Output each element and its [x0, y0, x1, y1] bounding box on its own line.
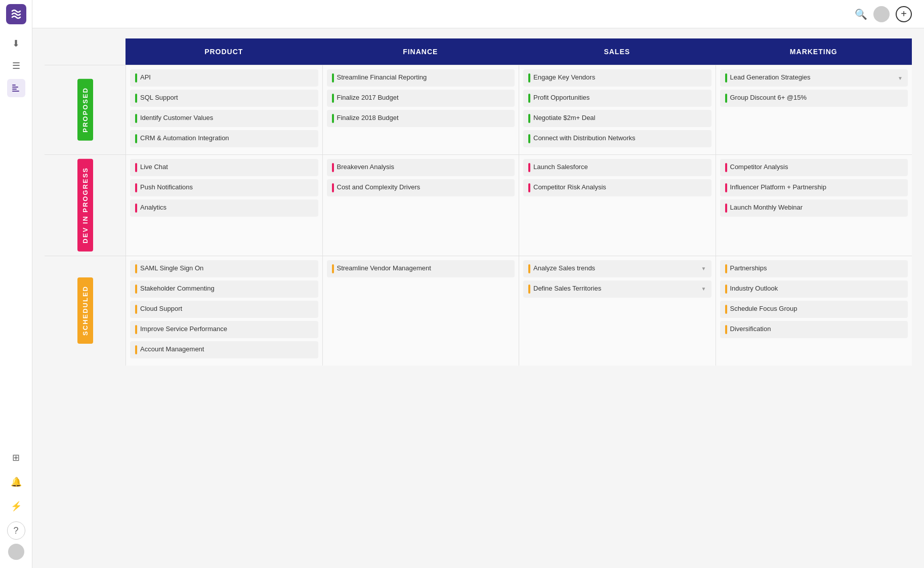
- card-indicator: [725, 305, 727, 314]
- header-avatar[interactable]: [873, 6, 890, 22]
- card-indicator: [725, 285, 727, 294]
- cards-cell-proposed-finance: Streamline Financial ReportingFinalize 2…: [322, 65, 519, 154]
- card-item[interactable]: Stakeholder Commenting: [130, 280, 318, 298]
- card-text: Launch Monthly Webinar: [730, 204, 903, 212]
- card-text: Live Chat: [140, 163, 313, 172]
- card-item[interactable]: Finalize 2018 Budget: [327, 110, 515, 127]
- card-item[interactable]: Define Sales Territories▼: [523, 280, 711, 298]
- card-text: Launch Salesforce: [533, 163, 706, 172]
- col-header-sales: SALES: [519, 38, 716, 65]
- roadmap-icon[interactable]: [7, 79, 25, 97]
- card-item[interactable]: Cloud Support: [130, 301, 318, 318]
- card-text: Group Discount 6+ @15%: [730, 94, 903, 102]
- card-item[interactable]: Breakeven Analysis: [327, 159, 515, 176]
- card-text: Profit Opportunities: [533, 94, 706, 102]
- card-indicator: [135, 134, 137, 143]
- cards-cell-dev-in-progress-product: Live ChatPush NotificationsAnalytics: [125, 154, 322, 256]
- card-item[interactable]: Push Notifications: [130, 179, 318, 196]
- card-item[interactable]: Diversification: [720, 321, 908, 338]
- bell-icon[interactable]: 🔔: [7, 473, 25, 491]
- search-icon[interactable]: 🔍: [855, 8, 867, 20]
- card-item[interactable]: Group Discount 6+ @15%: [720, 90, 908, 107]
- card-indicator: [332, 114, 334, 123]
- card-item[interactable]: Analytics: [130, 199, 318, 217]
- card-indicator: [725, 264, 727, 273]
- row-label-cell-proposed: PROPOSED: [45, 65, 125, 154]
- row-label-scheduled: SCHEDULED: [77, 277, 93, 344]
- card-item[interactable]: Account Management: [130, 341, 318, 358]
- card-text: Streamline Vendor Management: [337, 264, 510, 273]
- card-item[interactable]: SQL Support: [130, 90, 318, 107]
- card-text: Competitor Analysis: [730, 163, 903, 172]
- roadmap-grid: PRODUCTFINANCESALESMARKETINGPROPOSEDAPIS…: [45, 38, 912, 366]
- app-logo[interactable]: [6, 4, 26, 24]
- card-indicator: [332, 264, 334, 273]
- person-add-icon[interactable]: ⊞: [7, 449, 25, 467]
- card-text: Finalize 2017 Budget: [337, 94, 510, 102]
- card-item[interactable]: Engage Key Vendors: [523, 69, 711, 87]
- card-item[interactable]: Finalize 2017 Budget: [327, 90, 515, 107]
- card-indicator: [725, 204, 727, 213]
- row-label-cell-scheduled: SCHEDULED: [45, 256, 125, 366]
- card-item[interactable]: Negotiate $2m+ Deal: [523, 110, 711, 127]
- card-text: Partnerships: [730, 264, 903, 273]
- card-item[interactable]: Connect with Distribution Networks: [523, 130, 711, 147]
- card-indicator: [528, 163, 530, 172]
- svg-rect-0: [12, 85, 16, 86]
- card-text: Analyze Sales trends: [533, 264, 698, 273]
- card-item[interactable]: Competitor Analysis: [720, 159, 908, 176]
- cards-cell-dev-in-progress-finance: Breakeven AnalysisCost and Complexity Dr…: [322, 154, 519, 256]
- card-item[interactable]: CRM & Automation Integration: [130, 130, 318, 147]
- card-item[interactable]: Live Chat: [130, 159, 318, 176]
- card-item[interactable]: Competitor Risk Analysis: [523, 179, 711, 196]
- card-text: Connect with Distribution Networks: [533, 134, 706, 143]
- content-area: PRODUCTFINANCESALESMARKETINGPROPOSEDAPIS…: [32, 28, 924, 568]
- card-indicator: [725, 163, 727, 172]
- help-icon[interactable]: ?: [7, 521, 25, 540]
- svg-rect-1: [12, 87, 18, 88]
- card-indicator: [528, 134, 530, 143]
- card-text: Finalize 2018 Budget: [337, 114, 510, 123]
- chevron-down-icon: ▼: [701, 286, 706, 292]
- card-text: Define Sales Territories: [533, 285, 698, 293]
- list-icon[interactable]: ☰: [7, 57, 25, 75]
- card-item[interactable]: API: [130, 69, 318, 87]
- card-indicator: [135, 94, 137, 103]
- card-item[interactable]: Streamline Financial Reporting: [327, 69, 515, 87]
- download-icon[interactable]: ⬇: [7, 34, 25, 53]
- card-indicator: [332, 73, 334, 83]
- cards-cell-scheduled-product: SAML Single Sign OnStakeholder Commentin…: [125, 256, 322, 366]
- card-indicator: [135, 345, 137, 354]
- card-item[interactable]: Influencer Platform + Partnership: [720, 179, 908, 196]
- svg-rect-3: [12, 91, 19, 92]
- card-item[interactable]: Partnerships: [720, 260, 908, 277]
- card-item[interactable]: Lead Generation Strategies▼: [720, 69, 908, 87]
- card-indicator: [528, 114, 530, 123]
- card-item[interactable]: Improve Service Performance: [130, 321, 318, 338]
- card-item[interactable]: Profit Opportunities: [523, 90, 711, 107]
- card-item[interactable]: Industry Outlook: [720, 280, 908, 298]
- card-indicator: [528, 264, 530, 273]
- card-item[interactable]: Identify Customer Values: [130, 110, 318, 127]
- add-button[interactable]: +: [896, 6, 912, 22]
- card-text: Breakeven Analysis: [337, 163, 510, 172]
- card-item[interactable]: Streamline Vendor Management: [327, 260, 515, 277]
- user-avatar[interactable]: [8, 544, 24, 560]
- card-text: Streamline Financial Reporting: [337, 73, 510, 82]
- col-header-finance: FINANCE: [322, 38, 519, 65]
- card-item[interactable]: Cost and Complexity Drivers: [327, 179, 515, 196]
- lightning-icon[interactable]: ⚡: [7, 497, 25, 515]
- card-text: Account Management: [140, 345, 313, 354]
- card-text: Cost and Complexity Drivers: [337, 183, 510, 192]
- card-item[interactable]: Analyze Sales trends▼: [523, 260, 711, 277]
- row-label-proposed: PROPOSED: [77, 79, 93, 141]
- card-text: Engage Key Vendors: [533, 73, 706, 82]
- card-item[interactable]: Schedule Focus Group: [720, 301, 908, 318]
- card-indicator: [135, 305, 137, 314]
- card-item[interactable]: Launch Monthly Webinar: [720, 199, 908, 217]
- card-indicator: [528, 285, 530, 294]
- card-item[interactable]: Launch Salesforce: [523, 159, 711, 176]
- card-item[interactable]: SAML Single Sign On: [130, 260, 318, 277]
- row-label-dev-in-progress: DEV IN PROGRESS: [77, 159, 93, 252]
- sidebar: ⬇ ☰ ⊞ 🔔 ⚡ ?: [0, 0, 32, 568]
